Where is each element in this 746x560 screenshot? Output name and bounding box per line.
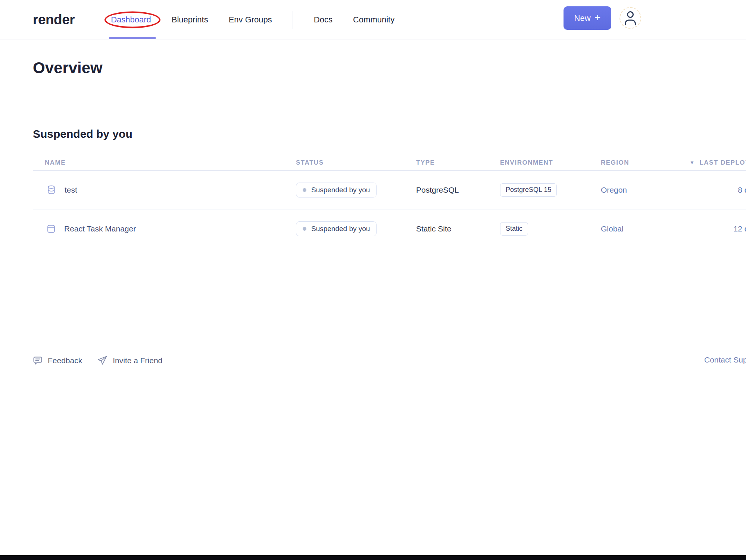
invite-friend-link[interactable]: Invite a Friend	[97, 355, 162, 366]
column-header-type: TYPE	[416, 159, 500, 167]
type-cell: PostgreSQL	[416, 186, 500, 195]
environment-cell: Static	[500, 222, 601, 236]
user-icon	[624, 10, 637, 25]
nav-item-community-label: Community	[353, 15, 394, 25]
last-deploy-cell: 12 days ago	[687, 224, 746, 233]
main-nav: Dashboard Blueprints Env Groups Docs Com…	[111, 0, 394, 40]
table-row[interactable]: test Suspended by you PostgreSQL Postgre…	[33, 171, 746, 209]
status-cell: Suspended by you	[296, 221, 416, 236]
service-name-cell: test	[33, 185, 296, 195]
environment-badge: PostgreSQL 15	[500, 183, 557, 197]
status-cell: Suspended by you	[296, 183, 416, 197]
feedback-link[interactable]: Feedback	[33, 356, 82, 365]
service-name-cell: React Task Manager	[33, 224, 296, 233]
new-button[interactable]: New +	[564, 6, 611, 30]
invite-friend-label: Invite a Friend	[113, 356, 162, 365]
service-name-link[interactable]: React Task Manager	[64, 224, 136, 233]
feedback-bubble-icon	[33, 356, 43, 365]
region-cell: Global	[601, 224, 687, 233]
region-cell: Oregon	[601, 186, 687, 195]
user-menu-button[interactable]	[619, 7, 641, 29]
nav-item-blueprints-label: Blueprints	[172, 15, 208, 25]
nav-item-community[interactable]: Community	[353, 0, 394, 40]
static-site-icon	[47, 224, 55, 233]
nav-item-env-groups[interactable]: Env Groups	[229, 0, 272, 40]
top-nav: render Dashboard Blueprints Env Groups D…	[0, 0, 746, 40]
environment-cell: PostgreSQL 15	[500, 183, 601, 197]
feedback-label: Feedback	[48, 356, 82, 365]
status-badge-label: Suspended by you	[311, 186, 370, 194]
bottom-bar	[0, 555, 746, 560]
services-table: NAME STATUS TYPE ENVIRONMENT REGION ▼ LA…	[33, 155, 746, 248]
contact-support-link[interactable]: Contact Support	[704, 355, 746, 364]
nav-item-docs-label: Docs	[314, 15, 333, 25]
page-title: Overview	[33, 59, 103, 77]
status-badge: Suspended by you	[296, 183, 377, 197]
column-header-last-deploy-label: LAST DEPLOYED	[699, 159, 746, 167]
nav-item-blueprints[interactable]: Blueprints	[172, 0, 208, 40]
footer: Feedback Invite a Friend	[33, 355, 162, 366]
table-row[interactable]: React Task Manager Suspended by you Stat…	[33, 209, 746, 248]
nav-item-dashboard[interactable]: Dashboard	[111, 0, 151, 40]
nav-divider	[293, 11, 293, 29]
active-tab-underline	[109, 37, 156, 39]
column-header-environment: ENVIRONMENT	[500, 159, 601, 167]
last-deploy-cell: 8 days ago	[687, 186, 746, 195]
status-dot-icon	[303, 188, 306, 192]
environment-badge: Static	[500, 222, 528, 236]
plus-icon: +	[595, 12, 601, 24]
service-name-link[interactable]: test	[65, 186, 77, 195]
nav-item-env-groups-label: Env Groups	[229, 15, 272, 25]
column-header-last-deploy[interactable]: ▼ LAST DEPLOYED	[687, 159, 746, 167]
status-badge: Suspended by you	[296, 221, 377, 236]
status-dot-icon	[303, 227, 306, 231]
paper-plane-icon	[97, 355, 107, 366]
sort-descending-icon: ▼	[690, 160, 695, 165]
new-button-label: New	[574, 13, 591, 23]
status-badge-label: Suspended by you	[311, 225, 370, 233]
type-cell: Static Site	[416, 224, 500, 233]
section-title-suspended: Suspended by you	[33, 128, 132, 140]
column-header-status: STATUS	[296, 159, 416, 167]
nav-item-dashboard-label: Dashboard	[111, 15, 151, 25]
nav-item-docs[interactable]: Docs	[314, 0, 333, 40]
table-header-row: NAME STATUS TYPE ENVIRONMENT REGION ▼ LA…	[33, 155, 746, 171]
render-logo[interactable]: render	[33, 12, 75, 28]
column-header-name: NAME	[33, 159, 296, 167]
column-header-region: REGION	[601, 159, 687, 167]
database-icon	[47, 185, 56, 195]
